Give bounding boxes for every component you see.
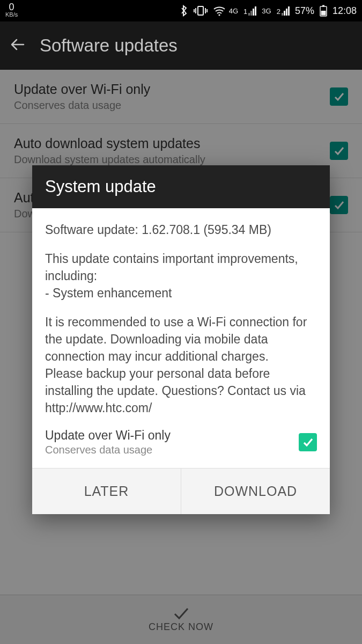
update-description: This update contains important improveme… (45, 250, 317, 302)
dialog-title: System update (32, 165, 330, 208)
later-button[interactable]: LATER (32, 469, 181, 514)
update-version: Software update: 1.62.708.1 (595.34 MB) (45, 221, 317, 238)
download-button[interactable]: DOWNLOAD (181, 469, 330, 514)
dialog-wifi-title: Update over Wi-Fi only (45, 428, 171, 443)
dialog-wifi-subtitle: Conserves data usage (45, 444, 171, 456)
dialog-body: Software update: 1.62.708.1 (595.34 MB) … (32, 208, 330, 426)
system-update-dialog: System update Software update: 1.62.708.… (32, 165, 330, 514)
update-recommendation: It is recommended to use a Wi-Fi connect… (45, 313, 317, 416)
dialog-wifi-only-option[interactable]: Update over Wi-Fi only Conserves data us… (32, 426, 330, 468)
checkbox-on-icon[interactable] (299, 433, 317, 451)
